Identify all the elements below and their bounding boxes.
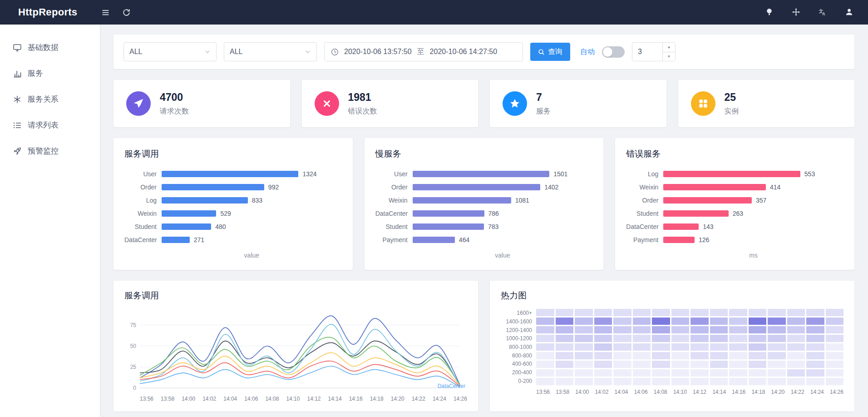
x-tick-label: 14:04 bbox=[615, 389, 628, 395]
clock-icon bbox=[331, 48, 339, 56]
translate-icon[interactable]: 文A bbox=[817, 6, 828, 17]
sidebar-item-service-relations[interactable]: 服务关系 bbox=[0, 86, 100, 112]
y-tick-label: 25 bbox=[130, 364, 137, 370]
sidebar-item-basic-data[interactable]: 基础数据 bbox=[0, 35, 100, 60]
heatmap-cell bbox=[613, 352, 631, 359]
bar bbox=[413, 210, 484, 217]
bar-row: User1324 bbox=[124, 167, 342, 180]
heatmap-cell bbox=[633, 378, 651, 385]
heatmap-cell bbox=[806, 309, 824, 316]
bar bbox=[413, 197, 511, 204]
heatmap-cell bbox=[575, 309, 593, 316]
chart-title: 热力图 bbox=[501, 290, 843, 302]
heatmap-row-label: 200-400 bbox=[501, 368, 532, 377]
heatmap-cell bbox=[768, 309, 786, 316]
heatmap-cell bbox=[729, 352, 747, 359]
menu-toggle-icon[interactable] bbox=[100, 7, 111, 18]
heatmap-cell bbox=[556, 343, 574, 351]
heatmap-cell bbox=[768, 335, 786, 342]
x-tick-label: 13:58 bbox=[556, 389, 569, 395]
sidebar-item-services[interactable]: 服务 bbox=[0, 60, 100, 86]
heatmap-cell bbox=[768, 326, 786, 333]
auto-refresh-label: 自动 bbox=[580, 47, 595, 57]
x-tick-label: 14:16 bbox=[349, 396, 363, 402]
bar-row: Order357 bbox=[626, 194, 843, 207]
heatmap-cell bbox=[613, 309, 631, 316]
sidebar-item-request-list[interactable]: 请求列表 bbox=[0, 112, 100, 138]
heatmap-grid bbox=[536, 309, 843, 385]
x-tick-label: 14:26 bbox=[454, 396, 467, 402]
bar-category-label: Payment bbox=[375, 236, 413, 243]
bar-area: 263 bbox=[663, 210, 843, 217]
heatmap-cell bbox=[729, 309, 747, 316]
heatmap-cell bbox=[690, 318, 709, 325]
x-tick-label: 14:18 bbox=[370, 396, 384, 402]
bar-value: 263 bbox=[733, 210, 743, 217]
move-icon[interactable] bbox=[790, 6, 801, 17]
x-tick-label: 14:10 bbox=[673, 389, 687, 395]
heatmap-row-label: 1000-1200 bbox=[501, 334, 532, 343]
bar-area: 529 bbox=[162, 210, 342, 217]
sidebar-item-alert-monitor[interactable]: 预警监控 bbox=[0, 138, 100, 164]
bar-value: 480 bbox=[215, 223, 226, 230]
heatmap-cell bbox=[749, 335, 767, 342]
heatmap-cell bbox=[729, 318, 747, 325]
y-tick-label: 0 bbox=[133, 385, 136, 391]
bar-category-label: Order bbox=[375, 184, 413, 191]
bar-area: 1402 bbox=[413, 184, 593, 191]
bar-value: 414 bbox=[770, 184, 780, 191]
heatmap-cell bbox=[806, 318, 824, 325]
stepper-up-button[interactable]: ▲ bbox=[663, 43, 675, 52]
date-end: 2020-10-06 14:27:50 bbox=[430, 48, 498, 56]
paper-plane-icon bbox=[126, 91, 151, 116]
bar-value: 786 bbox=[488, 210, 499, 217]
date-range-picker[interactable]: 2020-10-06 13:57:50 至 2020-10-06 14:27:5… bbox=[324, 42, 523, 61]
svg-text:A: A bbox=[823, 12, 825, 16]
bar-value: 126 bbox=[699, 236, 709, 243]
balloon-icon[interactable] bbox=[764, 6, 775, 17]
app-logo[interactable]: HttpReports bbox=[18, 6, 77, 18]
bar bbox=[663, 171, 800, 177]
chart-title: 服务调用 bbox=[124, 148, 342, 160]
bar-chart-card-error-services: 错误服务 Log553Weixin414Order357Student263Da… bbox=[615, 138, 854, 270]
bar bbox=[413, 171, 549, 177]
x-tick-label: 14:08 bbox=[654, 389, 667, 395]
interval-stepper[interactable]: 3 ▲ ▼ bbox=[632, 42, 676, 61]
bar-area: 480 bbox=[162, 223, 342, 230]
service-select[interactable]: ALL bbox=[123, 42, 217, 61]
monitor-icon bbox=[13, 43, 22, 52]
heatmap-cell bbox=[826, 369, 844, 377]
x-tick-label: 14:24 bbox=[810, 389, 824, 395]
bar-area: 464 bbox=[413, 236, 593, 243]
refresh-icon[interactable] bbox=[121, 7, 132, 18]
close-icon bbox=[315, 91, 339, 116]
x-tick-label: 14:08 bbox=[265, 396, 279, 402]
x-tick-label: 14:02 bbox=[202, 396, 216, 402]
heatmap-cell bbox=[729, 326, 747, 333]
sidebar-item-label: 服务关系 bbox=[28, 94, 59, 104]
stepper-down-button[interactable]: ▼ bbox=[663, 52, 675, 61]
bar-value: 992 bbox=[268, 184, 279, 191]
x-tick-label: 14:16 bbox=[732, 389, 745, 395]
heatmap-cell bbox=[787, 309, 805, 316]
line-series-datacenter bbox=[140, 366, 460, 387]
bar-category-label: Log bbox=[124, 197, 162, 204]
bar-row: Log553 bbox=[626, 167, 843, 180]
user-icon[interactable] bbox=[843, 6, 854, 17]
bar-value: 833 bbox=[252, 197, 262, 204]
heatmap-cell bbox=[671, 378, 690, 385]
heatmap-cell bbox=[613, 369, 631, 377]
search-button[interactable]: 查询 bbox=[530, 43, 570, 61]
bar bbox=[162, 171, 298, 177]
auto-refresh-toggle[interactable] bbox=[602, 46, 625, 58]
bar bbox=[663, 197, 752, 204]
bar-value: 553 bbox=[804, 170, 815, 178]
bar bbox=[663, 223, 699, 230]
stat-value: 25 bbox=[725, 91, 739, 104]
bar-row: Student783 bbox=[375, 220, 593, 233]
instance-select[interactable]: ALL bbox=[224, 42, 317, 61]
heatmap-cell bbox=[690, 361, 709, 368]
x-tick-label: 14:06 bbox=[244, 396, 258, 402]
heatmap-cell bbox=[768, 361, 786, 368]
bar-value: 529 bbox=[220, 210, 231, 217]
